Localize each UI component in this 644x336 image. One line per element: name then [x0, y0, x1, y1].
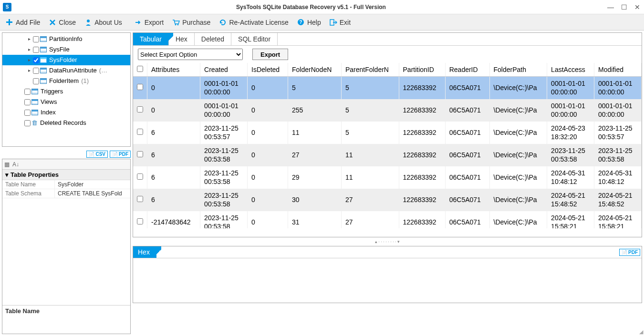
tree-item[interactable]: ▸ SysFile	[2, 44, 130, 55]
tree-checkbox[interactable]	[33, 57, 39, 63]
hex-tab[interactable]: Hex	[133, 246, 156, 258]
table-row[interactable]: 00001-01-0100:00:0005512268339206C5A071\…	[133, 77, 642, 100]
table-icon	[40, 47, 47, 52]
cell: 27	[288, 144, 342, 166]
tree-item[interactable]: Index	[2, 107, 130, 118]
tree-label: DataRunAttribute	[48, 65, 98, 76]
help-button[interactable]: ? Help	[297, 19, 321, 26]
table-row[interactable]: 62023-11-2500:53:580302712268339206C5A07…	[133, 189, 642, 211]
data-grid[interactable]: AttributesCreatedIsDeletedFolderNodeNPar…	[133, 63, 642, 228]
tree-checkbox[interactable]	[24, 99, 31, 105]
tree-item[interactable]: ▸ DataRunAttribute (…	[2, 65, 130, 76]
tree-checkbox[interactable]	[24, 89, 31, 95]
tree-label: Index	[39, 107, 57, 118]
tree-item[interactable]: ▸ SysFolder	[2, 55, 130, 65]
minimize-button[interactable]: —	[607, 3, 614, 11]
export-csv-button[interactable]: 📄CSV	[86, 151, 108, 158]
tree-view[interactable]: ▸ PartitionInfo ▸ SysFile ▸ SysFolder ▸ …	[2, 32, 131, 147]
property-row[interactable]: Table SchemaCREATE TABLE SysFold	[2, 189, 130, 198]
tree-count: (…	[99, 65, 107, 76]
table-row[interactable]: 62023-11-2500:53:57011512268339206C5A071…	[133, 122, 642, 144]
column-header[interactable]: PartitionID	[399, 63, 445, 77]
resize-grip-icon[interactable]: ◢	[639, 329, 643, 335]
tree-checkbox[interactable]	[24, 120, 31, 126]
tree-item[interactable]: Views	[2, 97, 130, 107]
tab-tabular[interactable]: Tabular	[133, 33, 169, 45]
close-button[interactable]: Close	[49, 19, 76, 26]
tree-checkbox[interactable]	[33, 78, 39, 84]
cell: 122683392	[399, 211, 445, 228]
export-pdf-button[interactable]: 📄PDF	[110, 151, 131, 158]
tree-item[interactable]: Triggers	[2, 86, 130, 97]
tree-item[interactable]: 🗑 Deleted Records	[2, 118, 130, 128]
hex-pdf-button[interactable]: 📄PDF	[619, 249, 640, 256]
purchase-label: Purchase	[182, 19, 210, 26]
sort-icon[interactable]: A↓	[12, 161, 19, 168]
maximize-button[interactable]: ☐	[620, 3, 628, 11]
row-checkbox[interactable]	[133, 99, 147, 122]
caret-icon[interactable]: ▸	[26, 55, 32, 65]
cell: 31	[288, 211, 342, 228]
column-header[interactable]: Attributes	[147, 63, 200, 77]
table-row[interactable]: -21474836422023-11-2500:53:5803127122683…	[133, 211, 642, 228]
cell: 06C5A071	[445, 77, 489, 100]
svg-point-3	[175, 24, 177, 25]
column-header[interactable]: ParentFolderN	[341, 63, 399, 77]
tree-checkbox[interactable]	[33, 68, 39, 74]
tree-item[interactable]: ▸ PartitionInfo	[2, 34, 130, 44]
column-header[interactable]: FolderNodeN	[288, 63, 342, 77]
table-icon	[40, 78, 47, 84]
export-option-select[interactable]: Select Export Option	[138, 49, 243, 60]
reactivate-button[interactable]: Re-Activate License	[219, 19, 289, 26]
cell: 2023-11-2500:53:58	[547, 144, 594, 166]
table-row[interactable]: 62023-11-2500:53:580271112268339206C5A07…	[133, 144, 642, 166]
tree-checkbox[interactable]	[24, 110, 31, 116]
column-header[interactable]: FolderPath	[489, 63, 547, 77]
cell: 0	[248, 189, 288, 211]
cell: 06C5A071	[445, 99, 489, 122]
column-header[interactable]: Modified	[594, 63, 642, 77]
categorize-icon[interactable]: ▦	[4, 161, 10, 168]
tab-bar: TabularHexDeletedSQL Editor	[133, 33, 642, 45]
row-checkbox[interactable]	[133, 211, 147, 228]
row-checkbox[interactable]	[133, 77, 147, 100]
column-header[interactable]: ReaderID	[445, 63, 489, 77]
column-header[interactable]: LastAccess	[547, 63, 594, 77]
caret-icon[interactable]: ▸	[26, 34, 32, 44]
row-checkbox[interactable]	[133, 189, 147, 211]
caret-icon[interactable]: ▸	[26, 44, 32, 55]
row-checkbox[interactable]	[133, 144, 147, 166]
tree-h-scrollbar[interactable]	[2, 139, 130, 146]
exit-button[interactable]: Exit	[330, 19, 351, 26]
tree-checkbox[interactable]	[33, 47, 39, 53]
column-header[interactable]: Created	[200, 63, 248, 77]
export-action-button[interactable]: Export	[252, 49, 288, 60]
about-button[interactable]: About Us	[84, 19, 122, 26]
refresh-icon	[219, 19, 227, 26]
tab-hex[interactable]: Hex	[169, 33, 195, 45]
cell: 0	[147, 77, 200, 100]
cell: 2024-05-3110:48:12	[594, 166, 642, 189]
tree-checkbox[interactable]	[33, 36, 39, 42]
export-button[interactable]: Export	[135, 19, 164, 26]
table-row[interactable]: 00001-01-0100:00:000255512268339206C5A07…	[133, 99, 642, 122]
close-window-button[interactable]: ✕	[634, 3, 641, 11]
row-checkbox[interactable]	[133, 166, 147, 189]
table-row[interactable]: 62023-11-2500:53:580291112268339206C5A07…	[133, 166, 642, 189]
tree-item[interactable]: FolderItem (1)	[2, 76, 130, 86]
property-row[interactable]: Table NameSysFolder	[2, 180, 130, 189]
tab-sql-editor[interactable]: SQL Editor	[231, 33, 278, 45]
add-file-button[interactable]: Add File	[6, 19, 40, 26]
column-header[interactable]: IsDeleted	[248, 63, 288, 77]
caret-icon[interactable]: ▸	[26, 65, 32, 76]
tab-deleted[interactable]: Deleted	[195, 33, 231, 45]
select-all-checkbox[interactable]	[133, 63, 147, 77]
grid-h-scrollbar[interactable]	[133, 228, 642, 237]
cell: 0001-01-0100:00:00	[547, 77, 594, 100]
property-category[interactable]: ▾ Table Properties	[2, 170, 130, 180]
row-checkbox[interactable]	[133, 122, 147, 144]
svg-rect-1	[6, 21, 12, 23]
purchase-button[interactable]: Purchase	[172, 19, 210, 26]
vertical-splitter[interactable]: ▴ · · · · · · · · ▾	[133, 240, 642, 243]
table-icon	[31, 99, 38, 105]
